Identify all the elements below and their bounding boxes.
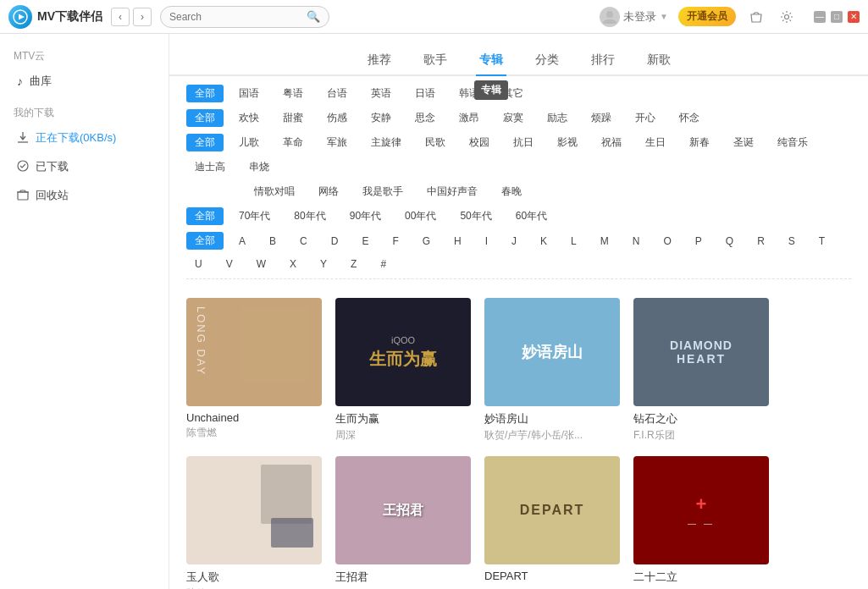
filter-zhongguohaoyin[interactable]: 中国好声音	[418, 183, 486, 201]
filter-R[interactable]: R	[749, 234, 773, 249]
filter-E[interactable]: E	[353, 234, 377, 249]
filter-tianmi[interactable]: 甜蜜	[274, 109, 312, 127]
tab-fenlei[interactable]: 分类	[532, 46, 562, 74]
filter-O[interactable]: O	[655, 234, 679, 249]
user-area[interactable]: 未登录 ▼	[600, 7, 668, 27]
filter-wogeshou[interactable]: 我是歌手	[354, 183, 412, 201]
filter-zhuxuanlv[interactable]: 主旋律	[362, 134, 410, 151]
filter-xinchun[interactable]: 新春	[681, 134, 718, 151]
tab-zhuanji[interactable]: 专辑 专辑	[476, 46, 506, 74]
filter-P[interactable]: P	[687, 234, 710, 249]
filter-jimo[interactable]: 寂寞	[495, 109, 532, 127]
sidebar-item-recycle[interactable]: 回收站	[0, 181, 169, 210]
album-card-ershierli[interactable]: + — — 二十二立	[633, 456, 769, 589]
filter-U[interactable]: U	[186, 256, 211, 272]
filter-junlv[interactable]: 军旅	[318, 134, 356, 151]
filter-taiyu[interactable]: 台语	[318, 85, 356, 102]
album-card-yurenge[interactable]: 玉人歌 陈粒	[186, 456, 322, 589]
filter-wangluo[interactable]: 网络	[310, 183, 347, 201]
filter-yingshi[interactable]: 影视	[549, 134, 586, 151]
filter-shangggan[interactable]: 伤感	[318, 109, 356, 127]
filter-alpha-all[interactable]: 全部	[186, 232, 224, 250]
filter-yueyu[interactable]: 粤语	[274, 85, 312, 102]
filter-J[interactable]: J	[503, 234, 525, 249]
filter-90s[interactable]: 90年代	[341, 207, 390, 225]
filter-erge[interactable]: 儿歌	[230, 134, 268, 151]
tab-paihang[interactable]: 排行	[588, 46, 618, 74]
filter-T[interactable]: T	[810, 234, 833, 249]
filter-dishigao[interactable]: 迪士高	[186, 158, 234, 176]
filter-A[interactable]: A	[230, 234, 254, 249]
filter-Q[interactable]: Q	[717, 234, 742, 249]
album-card-unchained[interactable]: LONG DAY Unchained 陈雪燃	[186, 298, 322, 443]
filter-H[interactable]: H	[445, 234, 470, 249]
filter-X[interactable]: X	[281, 256, 305, 272]
bag-icon[interactable]	[746, 7, 766, 27]
filter-hash[interactable]: #	[372, 256, 395, 272]
tab-xinge[interactable]: 新歌	[644, 46, 674, 74]
nav-back[interactable]: ‹	[111, 8, 130, 26]
filter-W[interactable]: W	[248, 256, 274, 272]
filter-jiang[interactable]: 激昂	[451, 109, 488, 127]
filter-V[interactable]: V	[218, 256, 241, 272]
filter-minge[interactable]: 民歌	[417, 134, 454, 151]
filter-N[interactable]: N	[624, 234, 649, 249]
filter-L[interactable]: L	[562, 234, 585, 249]
sidebar-item-downloaded[interactable]: 已下载	[0, 152, 169, 181]
filter-S[interactable]: S	[780, 234, 804, 249]
filter-B[interactable]: B	[261, 234, 285, 249]
minimize-button[interactable]: —	[814, 11, 826, 23]
filter-F[interactable]: F	[384, 234, 406, 249]
album-card-miaoyufangshan[interactable]: 妙语房山 妙语房山 耿贺/卢芋/韩小岳/张...	[484, 298, 620, 443]
album-card-diamond[interactable]: DIAMOND HEART 钻石之心 F.I.R乐团	[633, 298, 769, 443]
filter-riyu[interactable]: 日语	[406, 85, 444, 102]
filter-chunyinyue[interactable]: 纯音乐	[769, 134, 816, 151]
filter-00s[interactable]: 00年代	[396, 207, 445, 225]
filter-G[interactable]: G	[414, 234, 439, 249]
filter-xiaoyuan[interactable]: 校园	[461, 134, 498, 151]
sidebar-item-library[interactable]: ♪ 曲库	[0, 67, 169, 96]
tab-tuijian[interactable]: 推荐	[364, 46, 395, 74]
filter-sinian[interactable]: 思念	[406, 109, 444, 127]
filter-anjing[interactable]: 安静	[362, 109, 400, 127]
filter-guoyu[interactable]: 国语	[230, 85, 268, 102]
search-bar[interactable]: 🔍	[160, 6, 329, 28]
filter-D[interactable]: D	[323, 234, 347, 249]
filter-zhufu[interactable]: 祝福	[593, 134, 630, 151]
filter-fanzao[interactable]: 烦躁	[583, 109, 620, 127]
filter-yingyu[interactable]: 英语	[362, 85, 400, 102]
filter-80s[interactable]: 80年代	[285, 207, 334, 225]
filter-Z[interactable]: Z	[342, 256, 365, 272]
filter-50s[interactable]: 50年代	[451, 207, 500, 225]
filter-theme-all[interactable]: 全部	[186, 134, 224, 151]
settings-icon[interactable]	[777, 7, 797, 27]
close-button[interactable]: ✕	[848, 11, 860, 23]
filter-mood-all[interactable]: 全部	[186, 109, 224, 127]
filter-shengdan[interactable]: 圣诞	[725, 134, 762, 151]
filter-60s[interactable]: 60年代	[507, 207, 556, 225]
album-card-depart[interactable]: DEPART DEPART	[484, 456, 620, 589]
album-card-wanzhaojun[interactable]: 王招君 王招君	[335, 456, 471, 589]
filter-chuanshao[interactable]: 串烧	[240, 158, 278, 176]
filter-huainian[interactable]: 怀念	[671, 109, 708, 127]
filter-kaixin[interactable]: 开心	[627, 109, 664, 127]
filter-K[interactable]: K	[532, 234, 556, 249]
filter-language-all[interactable]: 全部	[186, 85, 224, 102]
filter-qinggeduchang[interactable]: 情歌对唱	[246, 183, 303, 201]
album-card-shengerweiying[interactable]: iQOO 生而为赢 生而为赢 周深	[335, 298, 471, 443]
filter-Y[interactable]: Y	[312, 256, 335, 272]
filter-chunwan[interactable]: 春晚	[493, 183, 530, 201]
vip-button[interactable]: 开通会员	[678, 7, 736, 26]
search-input[interactable]	[169, 11, 301, 23]
maximize-button[interactable]: □	[831, 11, 843, 23]
filter-M[interactable]: M	[592, 234, 617, 249]
filter-C[interactable]: C	[291, 234, 316, 249]
filter-70s[interactable]: 70年代	[230, 207, 279, 225]
tab-geshou[interactable]: 歌手	[420, 46, 451, 74]
filter-kangri[interactable]: 抗日	[505, 134, 542, 151]
filter-shengri[interactable]: 生日	[637, 134, 674, 151]
filter-decade-all[interactable]: 全部	[186, 207, 224, 225]
filter-geming[interactable]: 革命	[274, 134, 312, 151]
filter-lizhi[interactable]: 励志	[539, 109, 576, 127]
sidebar-item-downloading[interactable]: 正在下载(0KB/s)	[0, 124, 169, 152]
